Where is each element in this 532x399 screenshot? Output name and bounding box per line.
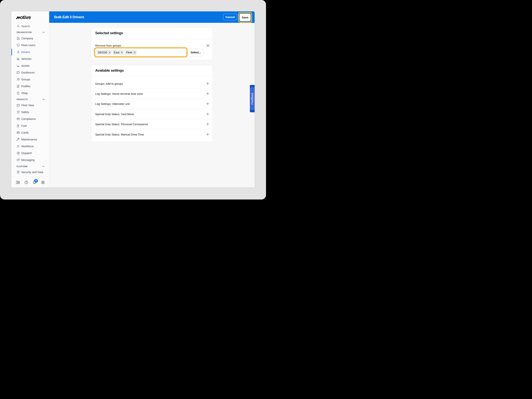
svg-text:otive: otive <box>20 15 31 19</box>
